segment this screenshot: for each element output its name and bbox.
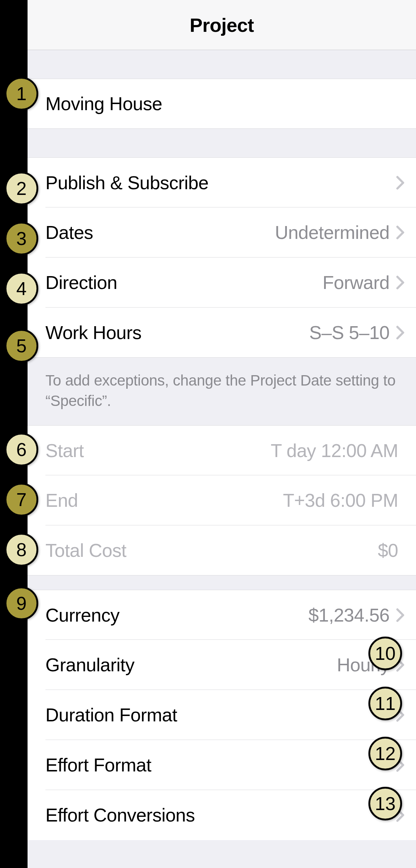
page-title: Project	[190, 14, 254, 36]
section-gap	[28, 575, 416, 590]
direction-value: Forward	[323, 272, 390, 293]
annotation-badge-9: 9	[5, 587, 38, 620]
project-name-cell[interactable]: Moving House	[28, 79, 416, 129]
annotation-badge-7: 7	[5, 483, 38, 516]
project-name-label: Moving House	[45, 93, 405, 114]
duration-format-cell[interactable]: Duration Format	[28, 690, 416, 740]
section-gap	[28, 129, 416, 157]
publish-subscribe-cell[interactable]: Publish & Subscribe	[28, 157, 416, 207]
granularity-cell[interactable]: Granularity Hourly	[28, 640, 416, 690]
chevron-right-icon	[396, 275, 405, 290]
annotation-badge-2: 2	[5, 172, 38, 205]
direction-cell[interactable]: Direction Forward	[28, 258, 416, 308]
annotation-badge-13: 13	[368, 787, 402, 820]
currency-label: Currency	[45, 604, 308, 626]
annotation-badge-1: 1	[5, 77, 38, 111]
section-footer-note: To add exceptions, change the Project Da…	[28, 358, 416, 425]
start-label: Start	[45, 440, 271, 461]
end-label: End	[45, 490, 283, 511]
end-cell: End T+3d 6:00 PM	[28, 475, 416, 525]
work-hours-label: Work Hours	[45, 322, 309, 343]
section-gap	[28, 50, 416, 79]
chevron-right-icon	[396, 225, 405, 240]
annotation-badge-11: 11	[368, 687, 402, 720]
effort-format-cell[interactable]: Effort Format	[28, 740, 416, 790]
end-value: T+3d 6:00 PM	[283, 490, 398, 511]
nav-bar: Project	[28, 0, 416, 50]
effort-conversions-cell[interactable]: Effort Conversions	[28, 790, 416, 840]
app-screen: Project Moving House Publish & Subscribe…	[28, 0, 416, 868]
effort-conversions-label: Effort Conversions	[45, 804, 390, 826]
dates-cell[interactable]: Dates Undetermined	[28, 207, 416, 258]
dates-label: Dates	[45, 222, 275, 243]
chevron-right-icon	[396, 325, 405, 340]
granularity-label: Granularity	[45, 654, 337, 676]
currency-cell[interactable]: Currency $1,234.56	[28, 590, 416, 640]
annotation-badge-12: 12	[368, 737, 402, 770]
annotation-badge-6: 6	[5, 433, 38, 466]
annotation-badge-8: 8	[5, 533, 38, 567]
publish-subscribe-label: Publish & Subscribe	[45, 172, 396, 193]
chevron-right-icon	[396, 176, 405, 190]
chevron-right-icon	[396, 608, 405, 622]
total-cost-cell: Total Cost $0	[28, 525, 416, 575]
annotation-badge-4: 4	[5, 272, 38, 305]
direction-label: Direction	[45, 272, 323, 293]
total-cost-value: $0	[378, 540, 398, 561]
annotation-badge-3: 3	[5, 222, 38, 255]
duration-format-label: Duration Format	[45, 704, 390, 726]
start-value: T day 12:00 AM	[271, 440, 398, 461]
work-hours-cell[interactable]: Work Hours S–S 5–10	[28, 308, 416, 358]
annotation-badge-5: 5	[5, 329, 38, 363]
dates-value: Undetermined	[275, 222, 390, 243]
annotation-badge-10: 10	[368, 637, 402, 670]
effort-format-label: Effort Format	[45, 754, 390, 776]
currency-value: $1,234.56	[308, 604, 390, 626]
start-cell: Start T day 12:00 AM	[28, 425, 416, 475]
total-cost-label: Total Cost	[45, 540, 378, 561]
work-hours-value: S–S 5–10	[309, 322, 390, 343]
